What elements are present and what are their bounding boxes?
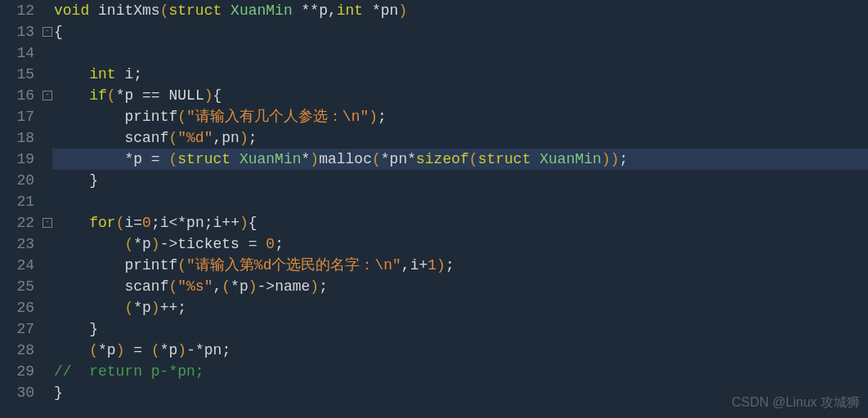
token-id: NULL xyxy=(160,87,204,104)
code-line[interactable]: } xyxy=(52,318,868,340)
token-paren: ) xyxy=(248,278,257,295)
token-id xyxy=(142,342,151,358)
token-paren: ( xyxy=(469,151,478,167)
token-type: XuanMin xyxy=(230,2,293,19)
token-op: * xyxy=(302,151,311,167)
token-id: p xyxy=(142,300,151,316)
token-paren: ( xyxy=(168,278,177,295)
code-line[interactable]: (*p) = (*p)-*pn; xyxy=(52,340,868,361)
token-id: i xyxy=(116,66,134,82)
code-line[interactable]: scanf("%d",pn); xyxy=(52,127,868,149)
token-id xyxy=(230,151,239,167)
line-number: 27 xyxy=(0,318,34,340)
token-punc: } xyxy=(89,172,98,189)
code-line[interactable]: (*p)++; xyxy=(52,297,868,318)
code-line[interactable]: *p = (struct XuanMin*)malloc(*pn*sizeof(… xyxy=(52,149,868,170)
token-id xyxy=(54,130,124,146)
token-id xyxy=(54,215,89,231)
token-id: tickets xyxy=(177,236,248,252)
token-id xyxy=(54,172,89,189)
token-id: p xyxy=(107,342,116,358)
token-op: * xyxy=(381,151,390,167)
code-line[interactable] xyxy=(52,42,868,64)
code-line[interactable]: (*p)->tickets = 0; xyxy=(52,233,868,255)
token-op: = xyxy=(151,151,160,167)
token-kw: struct xyxy=(478,151,531,167)
token-id xyxy=(54,257,124,273)
code-line[interactable]: void initXms(struct XuanMin **p,int *pn) xyxy=(52,0,868,21)
token-id xyxy=(54,66,89,82)
code-line[interactable]: printf("请输入第%d个选民的名字：\n",i+1); xyxy=(52,255,868,276)
token-kw: int xyxy=(89,66,115,82)
token-id xyxy=(89,2,98,19)
token-op: * xyxy=(407,151,416,167)
token-op: ; xyxy=(319,278,328,295)
token-id xyxy=(257,236,266,252)
token-op: = xyxy=(248,236,257,252)
token-id xyxy=(530,151,539,167)
token-paren: ) xyxy=(239,130,248,146)
token-paren: ) xyxy=(310,151,319,167)
token-fn: scanf xyxy=(124,130,168,146)
token-id xyxy=(54,278,124,295)
token-id: i xyxy=(160,215,169,231)
token-type: XuanMin xyxy=(539,151,602,167)
token-kw: int xyxy=(337,2,363,19)
fold-toggle-icon[interactable]: - xyxy=(43,91,52,100)
fold-toggle-icon[interactable]: - xyxy=(43,27,52,37)
token-punc: { xyxy=(54,24,63,40)
token-paren: ( xyxy=(177,257,186,273)
code-line[interactable]: { xyxy=(52,21,868,42)
token-id: pn xyxy=(381,2,399,19)
token-op: -> xyxy=(257,278,275,295)
token-id xyxy=(221,2,230,19)
code-editor[interactable]: 12131415161718192021222324252627282930 -… xyxy=(0,0,868,403)
token-op: , xyxy=(213,130,221,146)
code-line[interactable]: } xyxy=(52,382,868,403)
code-area[interactable]: void initXms(struct XuanMin **p,int *pn)… xyxy=(52,0,868,403)
token-id xyxy=(54,321,89,337)
token-fn: initXms xyxy=(98,2,160,19)
code-line[interactable]: } xyxy=(52,170,868,191)
token-str: "请输入有几个人参选：\n" xyxy=(186,109,369,125)
code-line[interactable]: if(*p == NULL){ xyxy=(52,85,868,106)
token-id: i xyxy=(124,215,133,231)
token-id: i xyxy=(410,257,419,273)
line-number: 23 xyxy=(0,233,34,255)
token-punc: { xyxy=(213,87,222,104)
token-paren: ) xyxy=(369,109,378,125)
code-line[interactable]: // return p-*pn; xyxy=(52,361,868,382)
token-type: XuanMin xyxy=(239,151,302,167)
line-number: 17 xyxy=(0,106,34,127)
line-number: 29 xyxy=(0,361,34,382)
token-paren: ( xyxy=(221,278,230,295)
code-line[interactable]: printf("请输入有几个人参选：\n"); xyxy=(52,106,868,127)
token-paren: ( xyxy=(107,87,116,104)
token-id: pn xyxy=(390,151,408,167)
fold-column[interactable]: --- xyxy=(43,0,52,403)
token-paren: ) xyxy=(239,215,248,231)
token-paren: ( xyxy=(177,109,186,125)
token-kw: sizeof xyxy=(416,151,469,167)
token-str: "请输入第%d个选民的名字：\n" xyxy=(186,257,401,273)
token-op: ; xyxy=(275,236,284,252)
token-id: p xyxy=(124,87,142,104)
code-line[interactable]: for(i=0;i<*pn;i++){ xyxy=(52,212,868,233)
token-paren: ( xyxy=(151,342,160,358)
token-op: * xyxy=(133,300,142,316)
token-op: ; xyxy=(133,66,142,82)
line-number: 28 xyxy=(0,340,34,361)
token-paren: ( xyxy=(168,130,177,146)
fold-toggle-icon[interactable]: - xyxy=(43,218,52,228)
line-number: 18 xyxy=(0,127,34,149)
code-line[interactable]: scanf("%s",(*p)->name); xyxy=(52,276,868,297)
token-id xyxy=(54,342,89,358)
token-fn: malloc xyxy=(319,151,372,167)
token-paren: ( xyxy=(168,151,177,167)
token-id xyxy=(160,151,169,167)
token-id: name xyxy=(275,278,310,295)
token-num: 1 xyxy=(427,257,436,273)
code-line[interactable] xyxy=(52,191,868,212)
code-line[interactable]: int i; xyxy=(52,64,868,85)
token-op: * xyxy=(133,236,142,252)
